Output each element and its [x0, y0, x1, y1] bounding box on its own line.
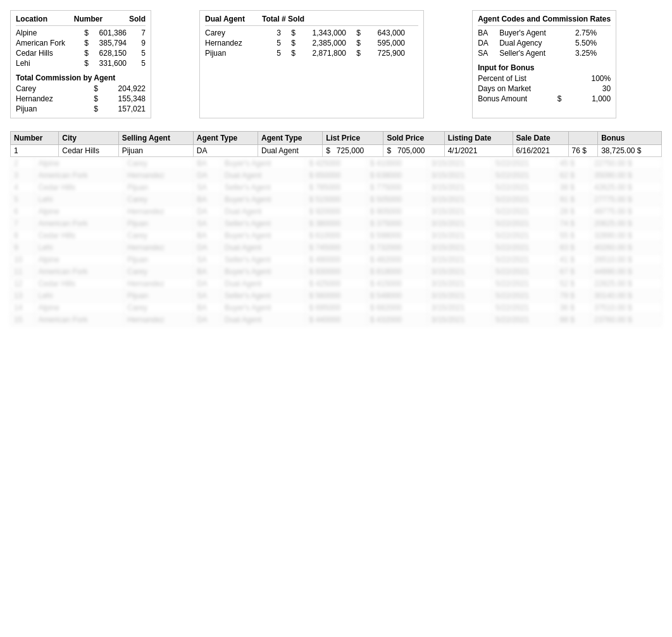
faded-cell: $ 425000 [306, 158, 366, 170]
table-header-row: Number City Selling Agent Agent Type Age… [11, 132, 662, 145]
dual-agent-title: Dual Agent [205, 15, 262, 23]
faded-cell: 67 $ [556, 266, 590, 278]
col-number: Number [11, 132, 59, 145]
table-row: 13LehiPijuanSASeller's Agent$ 560000$ 54… [11, 290, 662, 302]
detail-section: Number City Selling Agent Agent Type Age… [5, 129, 667, 331]
dual-agent-row: Hernandez 5 $ 2,385,000 $ 595,000 [205, 38, 418, 48]
table-row: 9LehiHernandezDADual Agent$ 745000$ 7320… [11, 242, 662, 254]
faded-rows-block: 2AlpineCareyBABuyer's Agent$ 425000$ 410… [10, 157, 662, 326]
da-total: 2,871,800 [296, 49, 346, 58]
comm-rate: 5.50% [565, 39, 597, 47]
faded-cell: 27775.00 $ [590, 194, 661, 206]
faded-cell: 44990.00 $ [590, 266, 661, 278]
faded-cell: Dual Agent [221, 242, 306, 254]
col-sold-price: Sold Price [383, 132, 444, 145]
faded-cell: Buyer's Agent [221, 194, 306, 206]
comm-agent-amount: 155,348 [108, 94, 146, 103]
faded-cell: 5/22/2021 [492, 242, 556, 254]
comm-agent-dollar: $ [89, 104, 98, 113]
cell-dom: 76 $ [568, 145, 598, 157]
faded-cell: 36 $ [556, 302, 590, 314]
faded-cell: 2 [11, 158, 35, 170]
dual-agent-row: Carey 3 $ 1,343,000 $ 643,000 [205, 28, 418, 38]
faded-cell: $ 732000 [366, 242, 427, 254]
dual-agent-panel: Dual Agent Total # Sold Carey 3 $ 1,343,… [199, 10, 424, 118]
location-row: American Fork $ 385,794 9 [16, 38, 146, 48]
commission-rows: Carey $ 204,922 Hernandez $ 155,348 Piju… [16, 84, 146, 114]
faded-cell: $ 818000 [366, 266, 427, 278]
faded-cell: 52 $ [556, 278, 590, 290]
faded-cell: 74 $ [556, 218, 590, 230]
faded-cell: 20625.00 $ [590, 218, 661, 230]
faded-cell: 26510.00 $ [590, 254, 661, 266]
faded-cell: Lehi [35, 290, 124, 302]
da-dollar2: $ [351, 28, 361, 37]
faded-cell: Hernandez [124, 170, 194, 182]
faded-cell: 5/22/2021 [492, 278, 556, 290]
faded-cell: Alpine [35, 158, 124, 170]
location-title: Location [16, 15, 47, 23]
col-bonus: Bonus [598, 132, 662, 145]
bonus-value: 1,000 [592, 94, 611, 103]
faded-cell: SA [194, 182, 221, 194]
faded-cell: $ 598000 [366, 230, 427, 242]
location-row: Alpine $ 601,386 7 [16, 28, 146, 38]
da-dollar2: $ [351, 49, 361, 58]
faded-cell: 5/22/2021 [492, 290, 556, 302]
faded-cell: $ 375000 [366, 218, 427, 230]
col-city: City [59, 132, 118, 145]
faded-cell: DA [194, 206, 221, 218]
faded-cell: 13 [11, 290, 35, 302]
faded-cell: 3/15/2021 [428, 242, 492, 254]
cell-city: Cedar Hills [59, 145, 118, 157]
col-listing-date: Listing Date [444, 132, 513, 145]
faded-cell: $ 610000 [306, 230, 366, 242]
table-row: 8Cedar HillsCareyBABuyer's Agent$ 610000… [11, 230, 662, 242]
faded-cell: BA [194, 158, 221, 170]
comm-rate-row: BA Buyer's Agent 2.75% [478, 28, 611, 38]
cell-sale-date: 6/16/2021 [513, 145, 568, 157]
col-list-price: List Price [323, 132, 383, 145]
table-row: 2AlpineCareyBABuyer's Agent$ 425000$ 410… [11, 158, 662, 170]
comm-rate-row: DA Dual Agency 5.50% [478, 38, 611, 48]
faded-cell: $ 775000 [366, 182, 427, 194]
input-bonus-rows: Percent of List 100% Days on Market 30 B… [478, 73, 611, 104]
faded-cell: Hernandez [124, 278, 194, 290]
comm-agent-name: Carey [16, 84, 79, 93]
faded-cell: $ 560000 [306, 290, 366, 302]
main-container: Location Number Sold Alpine $ 601,386 7 … [0, 0, 672, 336]
faded-cell: 22825.00 $ [590, 278, 661, 290]
faded-cell: 10 [11, 254, 35, 266]
faded-cell: 38 $ [556, 182, 590, 194]
loc-name: American Fork [16, 39, 79, 47]
spacer-2 [429, 10, 467, 118]
faded-cell: $ 415000 [366, 278, 427, 290]
faded-cell: American Fork [35, 314, 124, 326]
faded-cell: 55 $ [556, 230, 590, 242]
faded-cell: DA [194, 170, 221, 182]
faded-cell: 37510.00 $ [590, 302, 661, 314]
comm-rate: 3.25% [565, 49, 597, 58]
bonus-dollar: $ [557, 94, 562, 103]
comm-code: DA [478, 39, 497, 47]
da-dollar1: $ [286, 28, 296, 37]
faded-cell: $ 920000 [306, 206, 366, 218]
cell-agent-type1: DA [193, 145, 258, 157]
faded-cell: Carey [124, 194, 194, 206]
faded-cell: 49775.00 $ [590, 206, 661, 218]
comm-agent-row: Carey $ 204,922 [16, 84, 146, 94]
dual-agent-rows: Carey 3 $ 1,343,000 $ 643,000 Hernandez … [205, 28, 418, 58]
comm-code: BA [478, 28, 497, 37]
faded-cell: 5/22/2021 [492, 314, 556, 326]
faded-cell: 3/15/2021 [428, 290, 492, 302]
faded-cell: 3/15/2021 [428, 230, 492, 242]
da-count: 5 [262, 49, 281, 58]
faded-cell: 12 [11, 278, 35, 290]
faded-cell: $ 745000 [306, 242, 366, 254]
faded-cell: Pijuan [124, 290, 194, 302]
faded-cell: Buyer's Agent [221, 266, 306, 278]
faded-cell: $ 505000 [366, 194, 427, 206]
da-name: Carey [205, 28, 262, 37]
faded-cell: $ 548000 [366, 290, 427, 302]
faded-tbody: 2AlpineCareyBABuyer's Agent$ 425000$ 410… [11, 158, 662, 326]
